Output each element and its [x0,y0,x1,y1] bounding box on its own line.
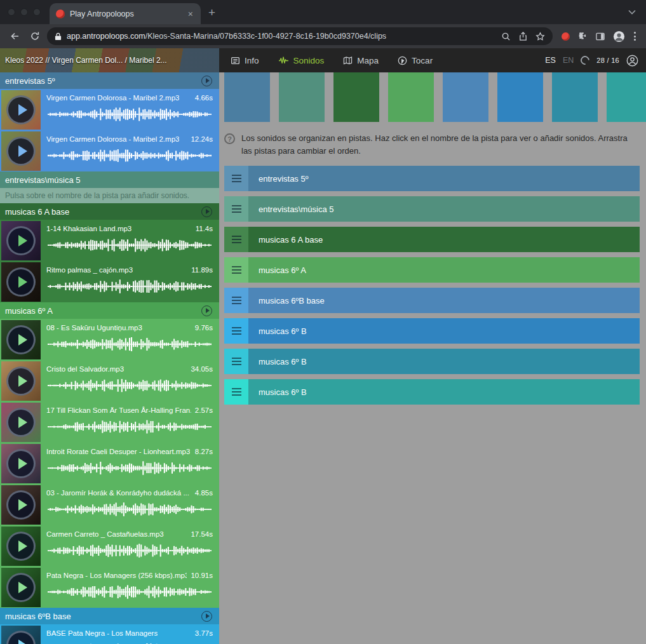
zoom-icon[interactable] [501,32,511,41]
lock-icon[interactable] [55,32,62,41]
clip-play-icon[interactable] [6,532,36,561]
section-play-icon[interactable] [201,305,212,316]
reload-button[interactable] [27,28,43,44]
clip-play-icon[interactable] [6,325,36,354]
back-button[interactable] [6,28,23,44]
drag-handle-icon[interactable] [224,257,248,283]
share-icon[interactable] [518,32,528,41]
clip-item[interactable]: 03 - Jaromír Horák & Konrádyho dudácká .… [0,484,219,525]
sidebar-section-header[interactable]: entrevistas 5º [0,72,219,89]
clip-thumbnail[interactable] [1,568,41,607]
clip-thumbnail[interactable] [1,626,41,644]
track-color-swatch[interactable] [388,72,434,122]
sidebar-section-header[interactable]: musicas 6º A [0,302,219,319]
sidebar-section-header[interactable]: entrevistas\música 5 [0,171,219,188]
drag-handle-icon[interactable] [224,227,248,252]
track-row[interactable]: musicas 6ºB base [224,288,640,313]
bookmark-star-icon[interactable] [535,32,545,41]
clip-play-icon[interactable] [6,226,36,255]
address-bar[interactable]: app.antropoloops.com/Kleos-Santa-Marina/… [47,27,553,45]
track-row[interactable]: musicas 6º B [224,379,640,405]
waveform [46,419,213,435]
drag-handle-icon[interactable] [224,349,248,374]
drag-handle-icon[interactable] [224,196,248,222]
sidebar-section-title: musicas 6º A [5,306,201,316]
window-close-button[interactable] [8,8,15,16]
browser-tab[interactable]: Play Antropoloops × [50,3,201,24]
clip-thumbnail[interactable] [1,361,41,401]
track-color-swatch[interactable] [607,72,646,122]
language-en[interactable]: EN [563,56,574,65]
section-play-icon[interactable] [201,611,212,622]
clip-item[interactable]: BASE Pata Negra - Los Managers 3.77s [0,624,219,644]
browser-menu-icon[interactable] [633,32,637,41]
language-es[interactable]: ES [545,56,556,65]
tab-info[interactable]: Info [231,56,259,65]
tab-search-chevron-icon[interactable] [628,10,636,15]
section-play-icon[interactable] [201,76,212,86]
clip-play-icon[interactable] [6,408,36,437]
new-tab-button[interactable]: + [208,6,215,18]
tab-mapa[interactable]: Mapa [343,56,379,65]
clip-title: BASE Pata Negra - Los Managers [46,629,158,637]
clip-item[interactable]: 08 - Es Sakūru Uguntiņu.mp3 9.76s [0,319,219,360]
window-zoom-button[interactable] [33,8,41,16]
clip-play-icon[interactable] [6,137,36,166]
clip-play-icon[interactable] [6,449,36,478]
clip-thumbnail[interactable] [1,444,41,483]
waveform [46,147,213,164]
extensions-puzzle-icon[interactable] [577,31,588,41]
clip-item[interactable]: Carmen Carreto _ Castañuelas.mp3 17.54s [0,525,219,567]
track-color-swatch[interactable] [443,72,488,122]
track-color-swatch[interactable] [279,72,325,122]
track-row[interactable]: musicas 6 A base [224,227,640,252]
track-color-swatch[interactable] [224,72,270,122]
drag-handle-icon[interactable] [224,318,248,344]
sidebar-section-header[interactable]: musicas 6ºB base [0,608,219,624]
clip-thumbnail[interactable] [1,221,41,260]
window-minimize-button[interactable] [20,8,28,16]
clip-thumbnail[interactable] [1,90,41,130]
section-play-icon[interactable] [201,206,212,217]
clip-thumbnail[interactable] [1,403,41,442]
sidebar-section-header[interactable]: musicas 6 A base [0,203,219,220]
track-color-swatch[interactable] [497,72,543,122]
clip-play-icon[interactable] [6,631,36,644]
track-row[interactable]: musicas 6º B [224,318,640,344]
clip-item[interactable]: Cristo del Salvador.mp3 34.05s [0,360,219,401]
tab-close-icon[interactable]: × [187,9,194,19]
track-row[interactable]: musicas 6º B [224,349,640,374]
clip-play-icon[interactable] [6,366,36,396]
clip-play-icon[interactable] [6,573,36,602]
clip-thumbnail[interactable] [1,131,41,171]
profile-avatar-icon[interactable] [613,30,625,43]
tab-tocar[interactable]: Tocar [398,56,433,65]
clip-item[interactable]: Ritmo palmas _ cajón.mp3 11.89s [0,261,219,302]
clip-item[interactable]: Introit Rorate Caeli Desuper - Lionheart… [0,443,219,484]
clip-item[interactable]: 17 Till Flickan Som Är Tusen År-Halling … [0,401,219,443]
drag-handle-icon[interactable] [224,379,248,405]
tab-sonidos[interactable]: Sonidos [278,56,325,65]
account-icon[interactable] [626,55,638,67]
clip-play-icon[interactable] [6,267,36,297]
clip-thumbnail[interactable] [1,262,41,302]
clip-thumbnail[interactable] [1,485,41,525]
breadcrumb[interactable]: Kleos 2022 // Virgen Carmen Dol... / Mar… [0,48,219,72]
clip-thumbnail[interactable] [1,320,41,359]
track-color-swatch[interactable] [333,72,379,122]
clip-item[interactable]: Virgen Carmen Dolorosa - Maribel 2.mp3 1… [0,130,219,171]
side-panel-icon[interactable] [595,32,605,41]
clip-play-icon[interactable] [6,490,36,520]
clip-item[interactable]: 1-14 Khakasian Land.mp3 11.4s [0,220,219,261]
track-row[interactable]: musicas 6º A [224,257,640,283]
drag-handle-icon[interactable] [224,166,248,191]
clip-play-icon[interactable] [6,95,36,124]
track-row[interactable]: entrevistas\música 5 [224,196,640,222]
clip-thumbnail[interactable] [1,527,41,566]
clip-item[interactable]: Virgen Carmen Dolorosa - Maribel 2.mp3 4… [0,89,219,130]
drag-handle-icon[interactable] [224,288,248,313]
recording-extension-icon[interactable] [562,32,570,41]
clip-item[interactable]: Pata Negra - Los Managers (256 kbps).mp3… [0,567,219,608]
track-row[interactable]: entrevistas 5º [224,166,640,191]
track-color-swatch[interactable] [552,72,598,122]
